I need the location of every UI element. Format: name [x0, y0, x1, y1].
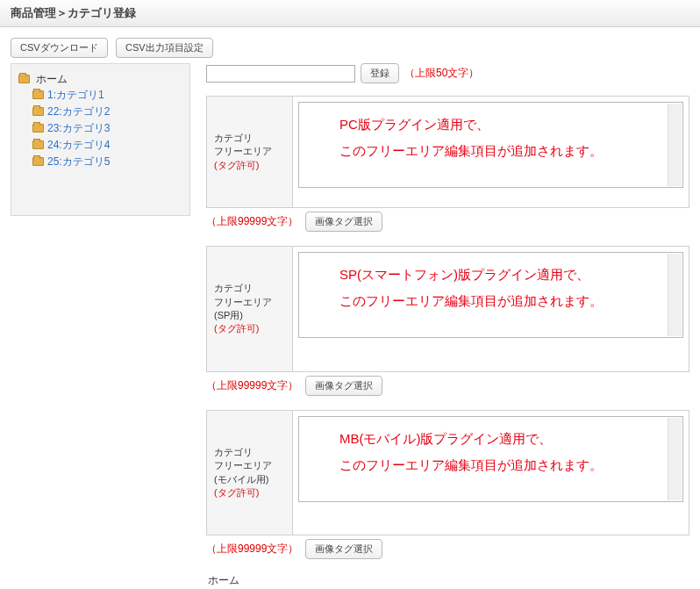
page-title: 商品管理＞カテゴリ登録	[0, 0, 700, 27]
category-name-input[interactable]	[206, 65, 355, 83]
table-heading: ホーム	[208, 573, 689, 588]
tree-item[interactable]: 25:カテゴリ5	[47, 155, 110, 168]
freearea-sp-label: カテゴリ フリーエリア (SP用) (タグ許可)	[207, 247, 293, 371]
freearea-mb-overlay: MB(モバイル)版プラグイン適用で、 このフリーエリア編集項目が追加されます。	[313, 426, 668, 478]
tree-item[interactable]: 1:カテゴリ1	[47, 89, 104, 101]
freearea-pc-textarea[interactable]: PC版プラグイン適用で、 このフリーエリア編集項目が追加されます。	[298, 102, 683, 188]
tree-item[interactable]: 24:カテゴリ4	[47, 139, 110, 151]
freearea-sp-textarea[interactable]: SP(スマートフォン)版プラグイン適用で、 このフリーエリア編集項目が追加されま…	[298, 252, 683, 338]
image-tag-select-button[interactable]: 画像タグ選択	[305, 212, 382, 232]
freearea-mb-label: カテゴリ フリーエリア (モバイル用) (タグ許可)	[207, 411, 293, 535]
image-tag-select-button[interactable]: 画像タグ選択	[305, 376, 382, 396]
freearea-mb-limit: （上限99999文字）	[206, 542, 298, 555]
freearea-mb: カテゴリ フリーエリア (モバイル用) (タグ許可) MB(モバイル)版プラグイ…	[206, 410, 689, 536]
tree-item[interactable]: 22:カテゴリ2	[47, 105, 110, 118]
main-panel: 登録 （上限50文字） カテゴリ フリーエリア (タグ許可) PC版プラグイン適…	[206, 63, 689, 589]
toolbar: CSVダウンロード CSV出力項目設定	[0, 27, 700, 63]
tree-root-home[interactable]: ホーム	[36, 73, 68, 85]
folder-icon	[32, 157, 44, 166]
csv-settings-button[interactable]: CSV出力項目設定	[116, 38, 213, 58]
folder-icon	[32, 90, 44, 99]
image-tag-select-button[interactable]: 画像タグ選択	[305, 539, 382, 559]
freearea-pc-limit: （上限99999文字）	[206, 215, 298, 227]
folder-icon	[32, 124, 44, 133]
csv-download-button[interactable]: CSVダウンロード	[11, 38, 108, 58]
register-button[interactable]: 登録	[361, 63, 399, 83]
folder-icon	[18, 75, 30, 83]
freearea-pc: カテゴリ フリーエリア (タグ許可) PC版プラグイン適用で、 このフリーエリア…	[206, 96, 689, 208]
freearea-pc-label: カテゴリ フリーエリア (タグ許可)	[207, 97, 293, 207]
freearea-sp: カテゴリ フリーエリア (SP用) (タグ許可) SP(スマートフォン)版プラグ…	[206, 246, 689, 372]
folder-icon	[32, 140, 44, 149]
name-limit-note: （上限50文字）	[404, 66, 479, 81]
freearea-sp-overlay: SP(スマートフォン)版プラグイン適用で、 このフリーエリア編集項目が追加されま…	[313, 262, 668, 314]
freearea-mb-textarea[interactable]: MB(モバイル)版プラグイン適用で、 このフリーエリア編集項目が追加されます。	[298, 416, 683, 502]
freearea-pc-overlay: PC版プラグイン適用で、 このフリーエリア編集項目が追加されます。	[313, 111, 668, 164]
tree-item[interactable]: 23:カテゴリ3	[47, 122, 110, 134]
freearea-sp-limit: （上限99999文字）	[206, 379, 298, 391]
folder-icon	[32, 107, 44, 116]
category-tree: ホーム 1:カテゴリ1 22:カテゴリ2 23:カテゴリ3 24:カテゴリ4 2…	[11, 63, 190, 216]
